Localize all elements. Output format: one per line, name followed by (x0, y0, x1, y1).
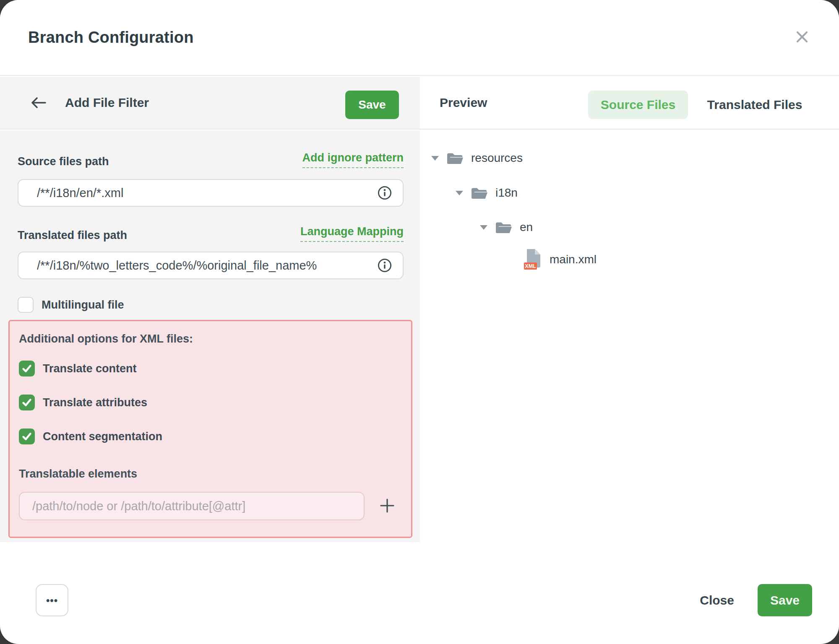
caret-down-icon[interactable] (480, 225, 487, 230)
translatable-elements-label: Translatable elements (19, 467, 137, 480)
svg-text:XML: XML (525, 263, 536, 269)
more-options-button[interactable]: ••• (36, 584, 68, 616)
translated-path-label: Translated files path (18, 229, 127, 242)
translate-content-row[interactable]: Translate content (19, 361, 137, 377)
tree-row-main-xml[interactable]: XML main.xml (524, 249, 597, 270)
tree-label: resources (471, 151, 523, 165)
back-button[interactable] (29, 93, 49, 113)
tree-row-i18n[interactable]: i18n (456, 183, 518, 203)
dialog-title: Branch Configuration (28, 29, 194, 47)
filter-save-button[interactable]: Save (345, 91, 399, 119)
content-segmentation-row[interactable]: Content segmentation (19, 428, 162, 444)
folder-icon (495, 220, 512, 234)
tree-label: main.xml (550, 253, 597, 266)
tab-source-files[interactable]: Source Files (588, 91, 688, 119)
translate-attributes-label: Translate attributes (43, 396, 147, 409)
caret-down-icon[interactable] (431, 156, 439, 161)
folder-icon (446, 151, 464, 165)
content-segmentation-checkbox[interactable] (19, 428, 35, 444)
dialog-header: Branch Configuration (0, 0, 839, 76)
checkmark-icon (21, 430, 33, 443)
translate-attributes-row[interactable]: Translate attributes (19, 395, 147, 410)
tree-row-resources[interactable]: resources (431, 148, 523, 168)
branch-configuration-dialog: Branch Configuration Add File Filter Sav… (0, 0, 839, 644)
translated-path-info-icon[interactable] (378, 258, 392, 273)
checkmark-icon (21, 396, 33, 409)
preview-title: Preview (440, 77, 487, 129)
translate-content-checkbox[interactable] (19, 361, 35, 377)
xml-options-heading: Additional options for XML files: (19, 332, 193, 345)
save-button[interactable]: Save (758, 584, 812, 616)
close-button[interactable]: Close (700, 584, 734, 616)
filter-title: Add File Filter (65, 77, 149, 129)
translatable-elements-input[interactable] (19, 492, 365, 520)
xml-file-icon: XML (524, 249, 542, 270)
translated-path-row: Translated files path Language Mapping (18, 225, 404, 242)
source-path-label: Source files path (18, 155, 109, 168)
multilingual-checkbox-row[interactable]: Multilingual file (18, 297, 124, 313)
translated-path-input[interactable] (18, 252, 404, 279)
source-path-input[interactable] (18, 179, 404, 207)
tree-label: en (520, 221, 533, 234)
add-translatable-element-button[interactable] (375, 494, 399, 517)
checkmark-icon (21, 362, 33, 375)
multilingual-checkbox[interactable] (18, 297, 34, 313)
translate-content-label: Translate content (43, 362, 137, 375)
content-segmentation-label: Content segmentation (43, 430, 162, 443)
close-icon[interactable] (793, 28, 811, 46)
preview-toolbar: Preview Source Files Translated Files (420, 77, 839, 130)
plus-icon (380, 498, 395, 513)
source-path-info-icon[interactable] (378, 186, 392, 200)
source-path-row: Source files path Add ignore pattern (18, 151, 404, 168)
multilingual-label: Multilingual file (42, 299, 124, 312)
back-arrow-icon (30, 96, 47, 109)
language-mapping-link[interactable]: Language Mapping (300, 225, 404, 242)
caret-down-icon[interactable] (456, 191, 463, 195)
add-ignore-pattern-link[interactable]: Add ignore pattern (302, 151, 404, 168)
tree-row-en[interactable]: en (480, 217, 533, 237)
dialog-footer: ••• Close Save (0, 542, 839, 644)
translate-attributes-checkbox[interactable] (19, 395, 35, 410)
file-tree: resources i18n en XML (420, 130, 839, 542)
tree-label: i18n (495, 186, 518, 200)
folder-icon (470, 186, 488, 200)
filter-toolbar: Add File Filter Save (0, 77, 420, 130)
tab-translated-files[interactable]: Translated Files (702, 91, 808, 119)
filter-form: Source files path Add ignore pattern Tra… (0, 130, 420, 542)
xml-options-panel: Additional options for XML files: Transl… (8, 320, 412, 538)
